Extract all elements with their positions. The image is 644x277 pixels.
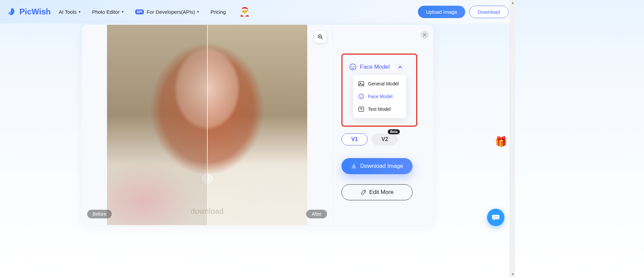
image-pane: download Before After (82, 25, 332, 225)
download-icon (351, 163, 357, 169)
svg-point-12 (362, 95, 363, 96)
svg-point-6 (352, 66, 353, 67)
magic-pen-icon (361, 189, 367, 195)
selected-model-label: Face Model (360, 64, 390, 70)
version-v1-button[interactable]: V1 (341, 133, 368, 145)
gingerbread-icon[interactable]: 🎅 (239, 7, 250, 17)
nav-pricing[interactable]: Pricing (210, 9, 226, 15)
editor-card: download Before After Face Model (82, 25, 433, 225)
side-panel: Face Model General Model Face Model (332, 25, 433, 225)
svg-point-11 (360, 95, 361, 96)
header: PicWish AI Tools ▼ Photo Editor ▼ API Fo… (0, 0, 515, 23)
model-text-label: Text Model (368, 107, 391, 112)
model-option-text[interactable]: Text Model (353, 103, 406, 116)
beta-badge: Beta (388, 129, 400, 134)
svg-point-15 (495, 217, 496, 218)
scrollbar-up-icon[interactable]: ▲ (510, 0, 515, 5)
header-right: Upload Image Download (418, 6, 508, 18)
upload-image-button[interactable]: Upload Image (418, 6, 465, 18)
api-badge: API (135, 9, 144, 14)
after-label: After (306, 210, 327, 218)
face-model-icon (349, 63, 357, 71)
compare-image[interactable]: download (107, 25, 307, 225)
nav-pricing-label: Pricing (210, 9, 226, 15)
model-highlight-box: Face Model General Model Face Model (341, 54, 417, 127)
logo-icon (7, 7, 17, 17)
version-v2-button[interactable]: V2 Beta (372, 133, 398, 145)
zoom-in-icon (317, 34, 323, 40)
chat-button[interactable] (487, 209, 504, 226)
nav-photo-editor-label: Photo Editor (92, 9, 120, 15)
close-icon (423, 33, 426, 37)
svg-point-7 (354, 66, 355, 67)
model-general-label: General Model (368, 81, 399, 86)
face-icon (358, 93, 365, 100)
compare-handle-icon[interactable] (202, 174, 212, 184)
version-selector: V1 V2 Beta (341, 133, 425, 145)
svg-point-16 (497, 217, 498, 218)
version-v2-label: V2 (381, 136, 388, 142)
scrollbar-down-icon[interactable]: ▼ (510, 272, 515, 277)
scrollbar[interactable]: ▲ ▼ (510, 0, 515, 277)
nav-ai-tools[interactable]: AI Tools ▼ (59, 9, 81, 15)
nav: AI Tools ▼ Photo Editor ▼ API For Develo… (59, 7, 250, 17)
svg-point-10 (359, 94, 364, 99)
close-button[interactable] (421, 31, 429, 39)
chat-icon (491, 213, 500, 222)
image-icon (358, 80, 365, 87)
chevron-down-icon: ▼ (121, 10, 124, 14)
chevron-down-icon: ▼ (197, 10, 200, 14)
zoom-in-button[interactable] (314, 31, 326, 43)
compare-divider (207, 25, 208, 225)
model-option-general[interactable]: General Model (353, 77, 406, 90)
main: download Before After Face Model (0, 23, 515, 225)
before-label: Before (87, 210, 112, 218)
text-icon (358, 106, 365, 113)
svg-line-2 (321, 38, 323, 39)
edit-more-label: Edit More (369, 189, 394, 196)
download-header-button[interactable]: Download (469, 6, 508, 18)
nav-developers[interactable]: API For Developers(APIs) ▼ (135, 9, 200, 15)
nav-photo-editor[interactable]: Photo Editor ▼ (92, 9, 124, 15)
chevron-down-icon: ▼ (78, 10, 81, 14)
logo[interactable]: PicWish (7, 7, 51, 17)
logo-text: PicWish (19, 7, 51, 16)
svg-rect-8 (359, 81, 364, 86)
nav-developers-label: For Developers(APIs) (147, 9, 195, 15)
download-image-button[interactable]: Download Image (341, 158, 413, 174)
model-option-face[interactable]: Face Model (353, 90, 406, 103)
chevron-up-icon (396, 63, 404, 71)
nav-ai-tools-label: AI Tools (59, 9, 76, 15)
svg-point-0 (8, 12, 11, 15)
version-v1-label: V1 (351, 136, 358, 142)
download-image-label: Download Image (360, 163, 403, 169)
model-face-label: Face Model (368, 94, 392, 99)
edit-more-button[interactable]: Edit More (341, 184, 413, 200)
svg-point-5 (350, 64, 356, 70)
gift-icon[interactable]: 🎁 (495, 136, 507, 147)
model-dropdown: General Model Face Model Text Model (353, 75, 406, 118)
svg-point-14 (494, 217, 495, 218)
model-select[interactable]: Face Model (349, 63, 410, 71)
